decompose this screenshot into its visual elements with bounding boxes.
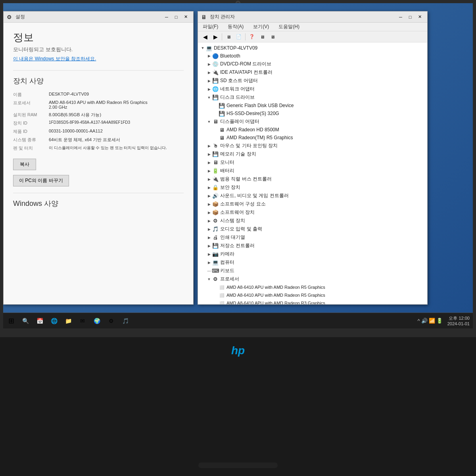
task-view-icon[interactable]: 📅 xyxy=(33,315,46,327)
camera-expand-icon[interactable]: ▶ xyxy=(206,251,212,257)
taskbar: ⊞ 🔍 📅 🌐 📁 ✉ 🌍 ⚙ 🎵 ^ 🔊 📶 🔋 오후 12:00 xyxy=(3,313,473,328)
sound-expand-icon[interactable]: ▶ xyxy=(206,193,212,199)
tree-item-battery[interactable]: ▶ 🔋 배터리 xyxy=(198,167,427,175)
sysinfo-header: 정보 xyxy=(13,31,184,44)
show-resources-button[interactable]: 📄 xyxy=(234,33,244,41)
mail-icon[interactable]: ✉ xyxy=(76,315,89,327)
system-expand-icon[interactable]: ▶ xyxy=(206,218,212,224)
monitor-expand-icon[interactable]: ▶ xyxy=(206,159,212,166)
storage-expand-icon[interactable]: ▶ xyxy=(206,243,212,249)
tree-item-network[interactable]: ▶ 🌐 네트워크 어댑터 xyxy=(198,85,427,93)
network-expand-icon[interactable]: ▶ xyxy=(206,86,212,92)
tree-item-amd3[interactable]: ⬜ AMD A8-6410 APU with AMD Radeon R3 Gra… xyxy=(198,299,427,304)
keyboard-label: 키보드 xyxy=(220,267,234,274)
usb-label: 범용 직렬 버스 컨트롤러 xyxy=(220,176,272,182)
devmgr-minimize-button[interactable]: ─ xyxy=(396,13,405,21)
tree-item-ide[interactable]: ▶ 🔌 IDE ATA/ATAPI 컨트롤러 xyxy=(198,68,427,77)
softdev-expand-icon[interactable]: ▶ xyxy=(206,209,212,216)
music-icon[interactable]: 🎵 xyxy=(119,315,132,327)
settings-taskbar-icon[interactable]: ⚙ xyxy=(105,315,117,327)
tree-item-sd[interactable]: ▶ 💾 SD 호스트 어댑터 xyxy=(198,77,427,85)
menu-view[interactable]: 보기(V) xyxy=(251,23,271,31)
computer-expand-icon[interactable]: ▶ xyxy=(206,259,212,266)
menu-file[interactable]: 파일(F) xyxy=(201,23,220,31)
monitor-label: 모니터 xyxy=(220,159,234,166)
search-icon[interactable]: 🔍 xyxy=(19,315,32,327)
tree-item-storage[interactable]: ▶ 💾 저장소 컨트롤러 xyxy=(198,242,427,250)
processor-expand-icon[interactable]: ▼ xyxy=(206,276,212,282)
update-driver-button[interactable]: 🖥 xyxy=(268,33,277,41)
tray-speaker[interactable]: 🔊 xyxy=(421,318,428,324)
rename-pc-button[interactable]: 이 PC의 이름 바꾸기 xyxy=(13,175,69,186)
properties-button[interactable]: 🖥 xyxy=(257,33,267,41)
menu-help[interactable]: 도움말(H) xyxy=(277,23,301,31)
tree-item-ssd[interactable]: ▶ 💾 HS-SSD-Desire(S) 320G xyxy=(198,109,427,117)
tree-item-bluetooth[interactable]: ▶ 🔵 Bluetooth xyxy=(198,52,427,60)
security-expand-icon[interactable]: ▶ xyxy=(206,184,212,191)
minimize-button[interactable]: ─ xyxy=(162,13,171,21)
tree-item-softcomp[interactable]: ▶ 📦 소프트웨어 구성 요소 xyxy=(198,200,427,208)
print-expand-icon[interactable]: ▶ xyxy=(206,234,212,241)
tree-item-sound[interactable]: ▶ 🔊 사운드, 비디오 및 게임 컨트롤러 xyxy=(198,192,427,200)
ide-expand-icon[interactable]: ▶ xyxy=(206,69,212,76)
tree-item-display[interactable]: ▼ 🖥 디스플레이 어댑터 xyxy=(198,117,427,126)
help-toolbar-button[interactable]: ❓ xyxy=(247,33,257,41)
tree-item-system[interactable]: ▶ ⚙ 시스템 장치 xyxy=(198,217,427,225)
maximize-button[interactable]: □ xyxy=(172,13,180,21)
mouse-label: 마우스 및 기타 포인팅 장치 xyxy=(220,142,278,149)
sd-expand-icon[interactable]: ▶ xyxy=(206,78,212,84)
tree-item-mouse[interactable]: ▶ 🖱 마우스 및 기타 포인팅 장치 xyxy=(198,142,427,150)
audio-expand-icon[interactable]: ▶ xyxy=(206,226,212,232)
tree-item-flashdisk[interactable]: ▶ 💾 Generic Flash Disk USB Device xyxy=(198,102,427,109)
tree-item-computer[interactable]: ▶ 💻 컴퓨터 xyxy=(198,258,427,267)
tree-item-keyboard[interactable]: — ⌨ 키보드 xyxy=(198,267,427,275)
tray-expand[interactable]: ^ xyxy=(418,318,420,324)
battery-expand-icon[interactable]: ▶ xyxy=(206,168,212,174)
tree-item-audio[interactable]: ▶ 🎵 오디오 입력 및 출력 xyxy=(198,225,427,233)
softcomp-expand-icon[interactable]: ▶ xyxy=(206,201,212,207)
display-icon: 🖥 xyxy=(212,119,219,125)
tree-root-item[interactable]: ▼ 💻 DESKTOP-4LVTV09 xyxy=(198,44,427,52)
disk-expand-icon[interactable]: ▼ xyxy=(206,94,212,101)
tree-item-print[interactable]: ▶ 🖨 인쇄 대기열 xyxy=(198,233,427,242)
close-button[interactable]: ✕ xyxy=(181,13,190,21)
tree-item-amd2[interactable]: ⬜ AMD A8-6410 APU with AMD Radeon R5 Gra… xyxy=(198,291,427,299)
root-expand-icon[interactable]: ▼ xyxy=(200,45,206,51)
tray-battery[interactable]: 🔋 xyxy=(436,318,443,324)
system-clock[interactable]: 오후 12:00 2024-01-01 xyxy=(444,315,470,326)
menu-action[interactable]: 동작(A) xyxy=(226,23,245,31)
tree-item-processor[interactable]: ▼ ⚙ 프로세서 xyxy=(198,275,427,283)
tree-item-amd1[interactable]: ⬜ AMD A8-6410 APU with AMD Radeon R5 Gra… xyxy=(198,283,427,291)
tree-item-memory[interactable]: ▶ 💾 메모리 기술 장치 xyxy=(198,150,427,158)
tree-item-usb[interactable]: ▶ 🔌 범용 직렬 버스 컨트롤러 xyxy=(198,175,427,183)
windows-security-link[interactable]: 이 내용은 Windows 보안을 참조하세요. xyxy=(13,56,184,62)
devmgr-close-button[interactable]: ✕ xyxy=(415,13,424,21)
mouse-expand-icon[interactable]: ▶ xyxy=(206,143,212,149)
tree-item-amd-r5[interactable]: ▶ 🖥 AMD Radeon(TM) R5 Graphics xyxy=(198,134,427,142)
memory-expand-icon[interactable]: ▶ xyxy=(206,151,212,157)
tray-network[interactable]: 📶 xyxy=(429,318,435,324)
tree-item-security[interactable]: ▶ 🔒 보안 장치 xyxy=(198,183,427,192)
tree-item-monitor[interactable]: ▶ 🖥 모니터 xyxy=(198,158,427,167)
tree-item-dvd[interactable]: ▶ 💿 DVD/CD-ROM 드라이브 xyxy=(198,60,427,68)
usb-expand-icon[interactable]: ▶ xyxy=(206,176,212,182)
devmgr-maximize-button[interactable]: □ xyxy=(406,13,415,21)
chrome-icon[interactable]: 🌍 xyxy=(90,315,103,327)
ssd-icon: 💾 xyxy=(219,110,225,117)
device-tree[interactable]: ▼ 💻 DESKTOP-4LVTV09 ▶ 🔵 Bluetooth xyxy=(198,42,427,304)
explorer-icon[interactable]: 📁 xyxy=(62,315,75,327)
tree-item-disk[interactable]: ▼ 💾 디스크 드라이브 xyxy=(198,93,427,102)
tree-item-camera[interactable]: ▶ 📷 카메라 xyxy=(198,250,427,258)
start-button[interactable]: ⊞ xyxy=(5,315,17,327)
copy-button[interactable]: 복사 xyxy=(13,159,36,170)
sysinfo-title: 설정 xyxy=(15,13,160,20)
bluetooth-expand-icon[interactable]: ▶ xyxy=(206,53,212,59)
forward-button[interactable]: ▶ xyxy=(211,33,220,41)
back-button[interactable]: ◀ xyxy=(200,33,210,41)
show-devices-button[interactable]: 🖥 xyxy=(224,33,233,41)
tree-item-amd-hd[interactable]: ▶ 🖥 AMD Radeon HD 8500M xyxy=(198,126,427,134)
display-expand-icon[interactable]: ▼ xyxy=(206,119,212,125)
tree-item-softdev[interactable]: ▶ 📦 소프트웨어 장치 xyxy=(198,208,427,217)
edge-icon[interactable]: 🌐 xyxy=(48,315,60,327)
dvd-expand-icon[interactable]: ▶ xyxy=(206,61,212,67)
